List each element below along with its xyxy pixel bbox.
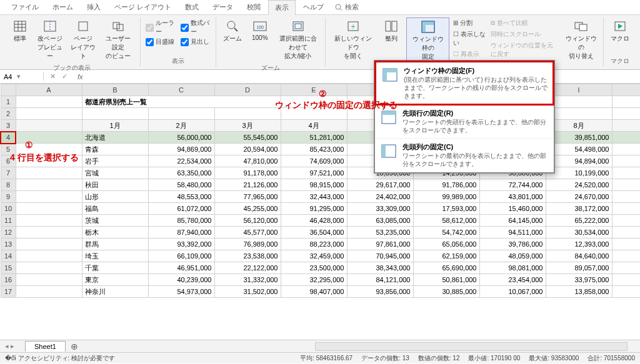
tab-data[interactable]: データ — [206, 0, 239, 14]
data-cell: 20,594,000 — [214, 144, 281, 155]
svg-rect-11 — [117, 24, 123, 31]
row-header[interactable]: 5 — [1, 144, 16, 155]
row-header[interactable]: 3 — [1, 120, 16, 132]
view-custom-button[interactable]: ユーザー設定 のビュー — [101, 17, 136, 62]
row-header[interactable]: 17 — [1, 286, 16, 298]
tab-help[interactable]: ヘルプ — [297, 0, 330, 14]
data-cell: 47,810,000 — [214, 155, 281, 167]
data-cell: 54,973,000 — [148, 286, 214, 298]
hide-button[interactable]: ☐ 表示しない — [453, 30, 486, 47]
row-header[interactable]: 2 — [1, 108, 16, 120]
prefecture-cell: 山形 — [82, 191, 148, 203]
accessibility-status[interactable]: �ői アクセシビリティ: 検討が必要です — [5, 354, 115, 363]
col-header[interactable]: E — [281, 84, 347, 96]
row-header[interactable]: 12 — [1, 227, 16, 239]
data-cell: 76,989,000 — [214, 239, 281, 250]
freeze-top-row-item[interactable]: 先頭行の固定(R)ワークシートの先頭行を表示したままで、他の部分をスクロールでき… — [375, 105, 554, 139]
data-cell: 65,690,000 — [413, 262, 479, 274]
data-cell: 63,085,000 — [347, 215, 413, 227]
name-box[interactable]: A4▾ — [0, 72, 44, 81]
zoom-button[interactable]: ズーム — [220, 17, 245, 45]
side-by-side-button[interactable]: ⧉ 並べて比較 — [491, 19, 559, 27]
tab-review[interactable]: 校閲 — [241, 0, 267, 14]
new-sheet-button[interactable]: ⊕ — [71, 342, 78, 352]
tab-formulas[interactable]: 数式 — [179, 0, 205, 14]
row-header[interactable]: 4 — [1, 132, 16, 144]
row-header[interactable]: 16 — [1, 274, 16, 286]
prefecture-cell: 福島 — [82, 203, 148, 215]
table-row[interactable]: 14埼玉66,109,00023,538,00032,459,00070,945… — [1, 250, 640, 262]
table-row[interactable]: 8秋田58,480,00021,126,00098,915,00029,617,… — [1, 179, 640, 191]
split-button[interactable]: ⊞ 分割 — [453, 19, 486, 27]
sheet-tab[interactable]: Sheet1 — [25, 341, 66, 352]
row-header[interactable]: 1 — [1, 96, 16, 108]
row-header[interactable]: 8 — [1, 179, 16, 191]
data-cell: 89,057,000 — [546, 262, 612, 274]
row-header[interactable]: 11 — [1, 215, 16, 227]
table-row[interactable]: 12栃木87,940,00045,577,00036,504,00053,235… — [1, 227, 640, 239]
table-row[interactable]: 9山形48,553,00077,965,00032,443,00024,402,… — [1, 191, 640, 203]
chk-headings[interactable]: 見出し — [181, 37, 211, 46]
horizontal-scrollbar[interactable] — [315, 342, 628, 351]
col-header[interactable]: C — [148, 84, 214, 96]
col-header[interactable]: I — [546, 84, 612, 96]
data-cell: 55,545,000 — [214, 132, 281, 144]
svg-rect-27 — [579, 24, 587, 31]
zoom-selection-button[interactable]: 選択範囲に合わせて 拡大/縮小 — [275, 17, 321, 62]
menu-tabs: ファイル ホーム 挿入 ページ レイアウト 数式 データ 校閲 表示 ヘルプ 検… — [0, 0, 640, 15]
data-cell: 24,520,000 — [546, 179, 612, 191]
tab-view[interactable]: 表示 — [268, 0, 296, 15]
table-row[interactable]: 16東京40,239,00031,332,00032,295,00084,121… — [1, 274, 640, 286]
row-header[interactable]: 7 — [1, 167, 16, 179]
row-header[interactable]: 15 — [1, 262, 16, 274]
tab-home[interactable]: ホーム — [46, 0, 79, 14]
chk-ruler[interactable]: ルーラー — [146, 19, 176, 36]
chk-formulabar[interactable]: 数式バー — [181, 19, 211, 36]
table-row[interactable]: 15千葉46,951,00022,122,00023,500,00038,343… — [1, 262, 640, 274]
tab-insert[interactable]: 挿入 — [81, 0, 107, 14]
freeze-panes-item[interactable]: ウィンドウ枠の固定(F)(現在の選択範囲に基づいて) 行および列を表示したままで… — [374, 61, 554, 106]
row-header[interactable]: 6 — [1, 155, 16, 167]
new-window-button[interactable]: ＋新しいウィンドウ を開く — [329, 17, 376, 62]
svg-point-12 — [228, 21, 235, 29]
search-label: 検索 — [345, 2, 359, 12]
arrange-button[interactable]: 整列 — [379, 17, 404, 45]
view-normal-button[interactable]: 標準 — [8, 17, 32, 45]
prefecture-cell: 宮城 — [82, 167, 148, 179]
tab-pagelayout[interactable]: ページ レイアウト — [108, 0, 178, 14]
row-header[interactable]: 13 — [1, 239, 16, 250]
tab-file[interactable]: ファイル — [5, 0, 45, 14]
macros-button[interactable]: マクロ — [608, 17, 632, 45]
data-cell: 23,454,000 — [479, 274, 546, 286]
group-label-macro: マクロ — [611, 56, 629, 67]
unhide-button[interactable]: ☐ 再表示 — [453, 50, 486, 59]
data-cell: 47,920,000 — [612, 203, 640, 215]
cancel-icon[interactable]: ✕ — [50, 72, 56, 81]
table-row[interactable]: 17神奈川54,973,00031,502,00098,407,00093,85… — [1, 286, 640, 298]
search-box[interactable]: 検索 — [335, 2, 359, 12]
col-header[interactable]: A — [16, 84, 82, 96]
view-pagelayout-button[interactable]: ページ レイアウト — [68, 17, 99, 62]
enter-icon[interactable]: ✓ — [62, 72, 68, 81]
select-all-cell[interactable] — [1, 84, 16, 96]
row-header[interactable]: 14 — [1, 250, 16, 262]
month-header: 2月 — [148, 120, 214, 132]
data-cell: 10,067,000 — [479, 286, 546, 298]
fx-icon[interactable]: fx — [74, 73, 87, 81]
freeze-first-col-item[interactable]: 先頭列の固定(C)ワークシートの最初の列を表示したままで、他の部分をスクロールで… — [375, 139, 554, 172]
zoom-100-button[interactable]: 100100% — [248, 17, 272, 43]
data-cell: 97,521,000 — [281, 167, 347, 179]
data-cell: 84,640,000 — [546, 250, 612, 262]
col-header[interactable]: B — [82, 84, 148, 96]
switch-window-button[interactable]: ウィンドウの 切り替え — [562, 17, 599, 62]
table-row[interactable]: 10福島61,072,00045,255,00091,295,00033,309… — [1, 203, 640, 215]
chk-gridlines[interactable]: 目盛線 — [146, 37, 176, 46]
view-pagebreak-button[interactable]: 改ページ プレビュー — [35, 17, 66, 62]
freeze-row-icon — [381, 111, 396, 124]
table-row[interactable]: 11茨城85,780,00056,120,00046,428,00063,085… — [1, 215, 640, 227]
table-row[interactable]: 13群馬93,392,00076,989,00088,223,00097,861… — [1, 239, 640, 250]
row-header[interactable]: 9 — [1, 191, 16, 203]
row-header[interactable]: 10 — [1, 203, 16, 215]
col-header[interactable]: J — [612, 84, 640, 96]
col-header[interactable]: D — [214, 84, 281, 96]
